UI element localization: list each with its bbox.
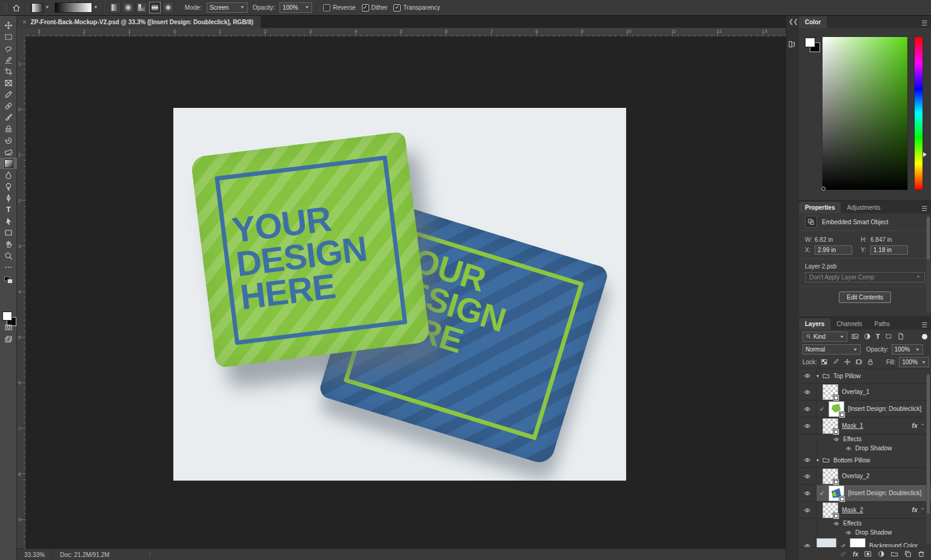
tool-path-selection[interactable] <box>0 215 17 227</box>
pixel-filter-icon[interactable] <box>852 333 859 340</box>
layer-row-mask-1-3[interactable]: fx⌃Mask_1 <box>799 418 931 435</box>
transparency-checkbox[interactable]: ✓Transparency <box>393 4 440 12</box>
group-expand-icon[interactable]: ▾ <box>816 458 819 463</box>
tool-object-selection[interactable] <box>0 54 17 65</box>
type-filter-icon[interactable]: T <box>876 333 880 340</box>
layers-opacity-select[interactable]: 100% ▼ <box>892 344 923 355</box>
foreground-color-swatch[interactable] <box>2 312 12 321</box>
panel-menu-icon[interactable]: ☰ <box>921 19 927 27</box>
visibility-toggle-icon[interactable] <box>804 473 811 480</box>
tab-channels[interactable]: Channels <box>830 318 868 330</box>
tool-eraser[interactable] <box>0 146 17 158</box>
color-field-marker[interactable] <box>821 186 826 192</box>
properties-scrollbar[interactable] <box>926 216 930 313</box>
gradient-editor[interactable]: ▼ <box>55 2 98 13</box>
status-options-chevron[interactable]: 〉 <box>146 549 157 560</box>
layers-scrollbar[interactable] <box>926 373 930 544</box>
document-artboard[interactable]: YOUR DESIGN HERE YOUR DESIGN HERE <box>173 108 626 481</box>
radial-gradient-button[interactable] <box>122 2 134 13</box>
layer-group-bottom-pillow-6[interactable]: ▾Bottom Pillow <box>799 453 931 468</box>
collapse-effects-icon[interactable]: ⌃ <box>920 507 925 513</box>
tab-color[interactable]: Color <box>799 16 827 28</box>
layer-row-effects-10[interactable]: Effects <box>799 519 931 528</box>
visibility-toggle-icon[interactable] <box>804 422 811 430</box>
layer-row-drop-shadow-5[interactable]: Drop Shadow <box>799 444 931 453</box>
linear-gradient-button[interactable] <box>109 2 121 13</box>
tool-eyedropper[interactable] <box>0 88 17 100</box>
edit-contents-button[interactable]: Edit Contents <box>839 292 891 303</box>
hue-slider[interactable] <box>914 36 923 190</box>
diamond-gradient-button[interactable] <box>162 2 174 13</box>
layer-row-effects-4[interactable]: Effects <box>799 435 931 444</box>
tool-dodge[interactable] <box>0 181 17 192</box>
tool-move[interactable] <box>0 19 17 31</box>
lock-all-icon[interactable] <box>867 358 874 365</box>
front-pillow-mockup[interactable]: YOUR DESIGN HERE <box>190 132 430 368</box>
layer-fx-label[interactable]: fx <box>912 422 918 429</box>
lock-artboard-icon[interactable] <box>855 358 863 365</box>
transparency-checkbox-box[interactable]: ✓ <box>393 4 401 12</box>
tool-type[interactable]: T <box>0 204 17 215</box>
layer-row-mask-2-9[interactable]: fx⌃Mask_2 <box>799 502 931 519</box>
layer-thumbnail[interactable] <box>829 401 844 417</box>
visibility-toggle-icon[interactable] <box>804 372 811 379</box>
tool-zoom[interactable] <box>0 250 17 261</box>
screen-mode-button[interactable] <box>0 333 17 345</box>
layer-row-insert-design-doubleclick-2[interactable]: [Insert Design: Doubleclick] <box>799 401 931 418</box>
tool-pen[interactable] <box>0 192 17 204</box>
tool-preset-picker[interactable]: ▼ <box>32 3 50 13</box>
add-layer-mask-icon[interactable] <box>864 550 872 558</box>
link-layers-icon[interactable] <box>839 550 847 558</box>
ruler-origin-corner[interactable] <box>17 28 26 37</box>
visibility-toggle-icon[interactable] <box>833 436 839 442</box>
lock-transparent-icon[interactable] <box>821 358 828 365</box>
layer-fx-label[interactable]: fx <box>912 507 918 513</box>
new-group-icon[interactable] <box>891 550 898 558</box>
tab-layers[interactable]: Layers <box>799 318 830 330</box>
tool-hand[interactable] <box>0 238 17 250</box>
close-tab-icon[interactable]: × <box>22 18 26 25</box>
opacity-select[interactable]: 100% ▼ <box>279 2 312 13</box>
gradients-panel-icon[interactable] <box>788 40 796 48</box>
visibility-toggle-icon[interactable] <box>846 445 852 452</box>
canvas-area[interactable]: 321012345678910111213 10123456789 YOUR D… <box>17 28 786 548</box>
tool-edit-toolbar[interactable] <box>0 261 17 273</box>
layer-row-drop-shadow-11[interactable]: Drop Shadow <box>799 528 931 537</box>
dither-checkbox-box[interactable]: ✓ <box>362 4 369 12</box>
collapse-panels-icon[interactable]: ❮❮ <box>789 18 798 25</box>
fill-select[interactable]: 100% ▼ <box>899 357 929 367</box>
panel-menu-icon[interactable]: ☰ <box>921 321 927 329</box>
layer-group-top-pillow-0[interactable]: ▾Top Pillow <box>799 368 931 384</box>
adjustment-filter-icon[interactable] <box>878 550 885 558</box>
tool-history-brush[interactable] <box>0 135 17 146</box>
group-expand-icon[interactable]: ▾ <box>816 373 819 379</box>
zoom-level-field[interactable]: 33.33% <box>17 549 52 560</box>
layer-thumbnail[interactable] <box>823 468 838 484</box>
blend-mode-select[interactable]: Normal ▼ <box>803 344 861 355</box>
angle-gradient-button[interactable] <box>136 2 147 13</box>
layer-thumbnail[interactable] <box>823 502 838 518</box>
visibility-toggle-icon[interactable] <box>804 507 811 514</box>
tool-crop[interactable] <box>0 65 17 77</box>
reflected-gradient-button[interactable] <box>149 2 161 13</box>
tool-lasso[interactable] <box>0 42 17 54</box>
tool-blur[interactable] <box>0 169 17 181</box>
vertical-ruler[interactable]: 10123456789 <box>17 36 26 548</box>
quick-mask-button[interactable] <box>0 321 17 333</box>
layer-comp-select[interactable]: Don't Apply Layer Comp ▼ <box>805 272 925 282</box>
tool-brush[interactable] <box>0 112 17 123</box>
reverse-checkbox-box[interactable] <box>323 4 330 12</box>
visibility-toggle-icon[interactable] <box>804 388 811 396</box>
lock-pixels-icon[interactable] <box>832 358 839 365</box>
adjustment-filter-icon[interactable] <box>864 333 871 340</box>
visibility-toggle-icon[interactable] <box>804 490 811 497</box>
filter-kind-select[interactable]: Kind ▼ <box>803 332 847 342</box>
home-icon[interactable] <box>12 4 21 12</box>
visibility-toggle-icon[interactable] <box>804 405 811 413</box>
tool-rectangular-marquee[interactable] <box>0 31 17 42</box>
visibility-toggle-icon[interactable] <box>846 530 852 536</box>
dither-checkbox[interactable]: ✓Dither <box>362 4 388 12</box>
tab-paths[interactable]: Paths <box>869 318 896 330</box>
hue-slider-handle[interactable] <box>923 152 927 157</box>
smart-filter-icon[interactable] <box>897 333 904 340</box>
